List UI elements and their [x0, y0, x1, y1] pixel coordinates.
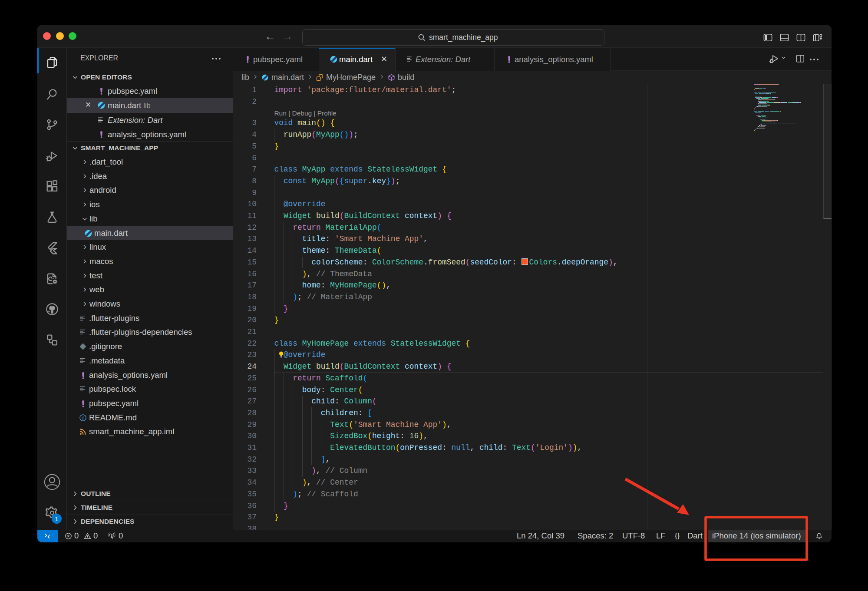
svg-text:i: i [83, 415, 84, 420]
